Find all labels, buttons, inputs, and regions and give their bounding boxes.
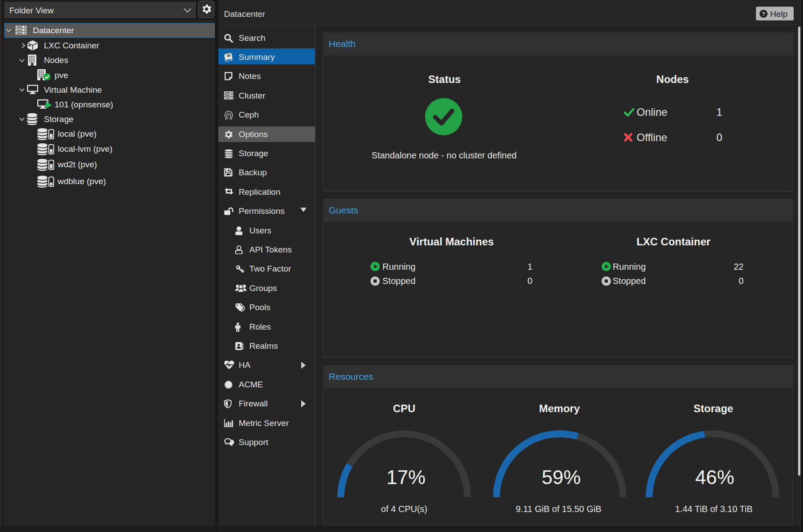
svg-text:?: ? [762, 11, 765, 17]
